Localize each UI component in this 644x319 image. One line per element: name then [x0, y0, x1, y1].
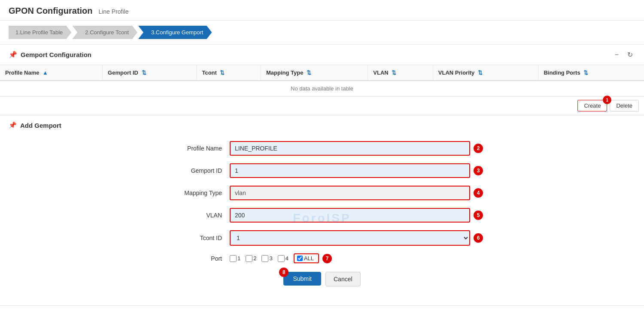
- create-button-wrapper: Create 1: [577, 100, 607, 111]
- port1-label: 1: [237, 255, 240, 262]
- form-actions: 8 Submit Cancel: [161, 272, 483, 295]
- mapping-type-badge: 4: [474, 188, 483, 198]
- port-badge: 7: [322, 254, 332, 263]
- sort-arrow-binding-ports: ⇅: [583, 69, 588, 76]
- profile-name-input[interactable]: [230, 141, 470, 156]
- port2-group: 2: [246, 255, 258, 262]
- port3-label: 3: [269, 255, 272, 262]
- gemport-id-control: 3: [230, 163, 483, 178]
- tcont-id-control: 1 2 3 4 6: [230, 230, 483, 246]
- col-tcont[interactable]: Tcont ⇅: [197, 65, 261, 81]
- portALL-label: ALL: [304, 255, 314, 262]
- add-gemport-title: 📌 Add Gemport: [9, 121, 635, 129]
- portALL-checkbox[interactable]: [297, 256, 303, 261]
- tcont-id-badge: 6: [474, 233, 483, 243]
- sort-arrow-vlan: ⇅: [392, 69, 396, 76]
- delete-button[interactable]: Delete: [610, 100, 639, 111]
- col-vlan[interactable]: VLAN ⇅: [368, 65, 433, 81]
- portALL-group: ALL: [294, 253, 319, 263]
- col-mapping-type[interactable]: Mapping Type ⇅: [261, 65, 368, 81]
- add-gemport-section: 📌 Add Gemport ForoISP Profile Name 2 Gem…: [0, 115, 644, 306]
- mapping-type-row: Mapping Type 4: [161, 186, 483, 200]
- submit-button[interactable]: Submit: [283, 272, 321, 286]
- port2-label: 2: [253, 255, 256, 262]
- profile-name-badge: 2: [474, 144, 483, 153]
- page-title: GPON Configuration: [9, 6, 93, 15]
- gemport-id-input[interactable]: [230, 163, 470, 178]
- tcont-id-label: Tcont ID: [161, 235, 230, 241]
- profile-name-control: 2: [230, 141, 483, 156]
- page-wrapper: GPON Configuration Line Profile 1.Line P…: [0, 0, 644, 319]
- col-gemport-id[interactable]: Gemport ID ⇅: [103, 65, 197, 81]
- cancel-button[interactable]: Cancel: [325, 272, 361, 286]
- mapping-type-label: Mapping Type: [161, 190, 230, 196]
- tcont-id-select[interactable]: 1 2 3 4: [230, 230, 470, 246]
- port3-checkbox[interactable]: [261, 255, 268, 262]
- steps-bar: 1.Line Profile Table 2.Configure Tcont 3…: [0, 21, 644, 45]
- port-label: Port: [161, 255, 230, 262]
- col-binding-ports[interactable]: Binding Ports ⇅: [538, 65, 644, 81]
- port-control: 1 2 3 4: [230, 253, 483, 263]
- profile-name-row: Profile Name 2: [161, 141, 483, 156]
- pin-icon: 📌: [9, 51, 17, 59]
- gemport-id-row: Gemport ID 3: [161, 163, 483, 178]
- profile-name-label: Profile Name: [161, 145, 230, 152]
- mapping-type-control: 4: [230, 186, 483, 200]
- port-row: Port 1 2: [161, 253, 483, 263]
- vlan-input[interactable]: [230, 208, 470, 223]
- table-footer: Create 1 Delete: [0, 96, 644, 115]
- port4-checkbox[interactable]: [278, 255, 285, 262]
- step-1[interactable]: 1.Line Profile Table: [9, 26, 71, 39]
- no-data-message: No data available in table: [0, 81, 644, 96]
- port1-checkbox[interactable]: [230, 255, 237, 262]
- collapse-button[interactable]: −: [612, 50, 621, 60]
- step-2[interactable]: 2.Configure Tcont: [72, 26, 137, 39]
- port2-checkbox[interactable]: [246, 255, 252, 262]
- gemport-table-container: Profile Name ▲ Gemport ID ⇅ Tcont ⇅ Mapp…: [0, 65, 644, 96]
- refresh-button[interactable]: ↻: [625, 50, 635, 60]
- vlan-control: 5: [230, 208, 483, 223]
- no-data-row: No data available in table: [0, 81, 644, 96]
- vlan-badge: 5: [474, 211, 483, 220]
- port3-group: 3: [261, 255, 274, 262]
- gemport-id-badge: 3: [474, 166, 483, 175]
- port4-label: 4: [286, 255, 289, 262]
- gemport-table: Profile Name ▲ Gemport ID ⇅ Tcont ⇅ Mapp…: [0, 65, 644, 96]
- sort-arrow-tcont: ⇅: [220, 69, 225, 76]
- port-checkboxes: 1 2 3 4: [230, 253, 319, 263]
- submit-wrapper: 8 Submit: [283, 272, 321, 286]
- vlan-label: VLAN: [161, 212, 230, 219]
- section-actions: − ↻: [612, 50, 635, 60]
- add-pin-icon: 📌: [9, 121, 17, 129]
- add-gemport-form: Profile Name 2 Gemport ID 3 Ma: [161, 137, 483, 299]
- form-wrapper: ForoISP Profile Name 2 Gemport ID 3: [9, 137, 635, 299]
- page-header: GPON Configuration Line Profile: [0, 0, 644, 21]
- vlan-row: VLAN 5: [161, 208, 483, 223]
- port1-group: 1: [230, 255, 242, 262]
- gemport-config-header: 📌 Gemport Configuration − ↻: [0, 45, 644, 65]
- step-3[interactable]: 3.Configure Gemport: [138, 26, 212, 39]
- sort-arrow-gemport-id: ⇅: [142, 69, 146, 76]
- col-vlan-priority[interactable]: VLAN Priority ⇅: [433, 65, 538, 81]
- page-subtitle: Line Profile: [98, 8, 128, 15]
- col-profile-name[interactable]: Profile Name ▲: [0, 65, 103, 81]
- sort-arrow-profile-name: ▲: [43, 69, 48, 76]
- tcont-id-row: Tcont ID 1 2 3 4 6: [161, 230, 483, 246]
- gemport-id-label: Gemport ID: [161, 167, 230, 174]
- sort-arrow-vlan-priority: ⇅: [478, 69, 483, 76]
- mapping-type-input[interactable]: [230, 186, 470, 200]
- sort-arrow-mapping-type: ⇅: [307, 69, 311, 76]
- port4-group: 4: [278, 255, 290, 262]
- gemport-config-title: 📌 Gemport Configuration: [9, 51, 91, 59]
